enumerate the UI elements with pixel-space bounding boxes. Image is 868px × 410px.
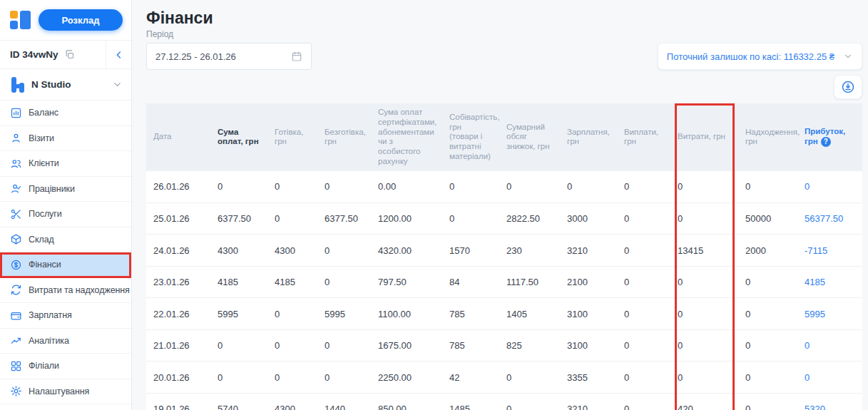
- column-header: Прибуток, грн?: [797, 103, 862, 171]
- value-cell: 0: [267, 362, 317, 394]
- value-cell: 0: [670, 203, 738, 235]
- value-cell: 0: [317, 171, 371, 203]
- value-cell: 3210: [560, 235, 617, 267]
- value-cell: 0: [738, 171, 797, 203]
- value-cell: 0: [670, 298, 738, 330]
- value-cell: 4300: [210, 235, 267, 267]
- copy-icon[interactable]: [64, 49, 75, 60]
- value-cell: 0: [670, 362, 738, 394]
- value-cell: 0: [210, 362, 267, 394]
- value-cell: 0: [499, 171, 560, 203]
- value-cell: 2822.50: [499, 203, 560, 235]
- table-row: 20.01.260002250.0042033550000: [146, 362, 862, 394]
- value-cell: 0: [738, 329, 797, 362]
- value-cell: 0: [442, 171, 499, 203]
- cash-balance-dropdown[interactable]: Поточний залишок по касі: 116332.25 ₴: [658, 43, 862, 70]
- sidebar-item-warehouse[interactable]: Склад: [0, 227, 131, 253]
- value-cell: 0: [267, 298, 317, 330]
- value-cell: 0: [499, 362, 560, 394]
- value-cell: 785: [442, 298, 499, 330]
- value-cell: 0: [670, 329, 738, 362]
- balance-icon: [10, 107, 22, 119]
- account-id-row: ID 34vwNy: [0, 41, 131, 69]
- column-header: Сума оплат сертифікатами, абонементами ч…: [371, 103, 442, 171]
- sidebar-item-label: Витрати та надходження: [29, 285, 130, 295]
- value-cell: 84: [442, 266, 499, 298]
- value-cell: 1485: [442, 393, 499, 410]
- schedule-button[interactable]: Розклад: [39, 9, 123, 31]
- value-cell: 0: [738, 362, 797, 394]
- sidebar-item-balance[interactable]: Баланс: [0, 101, 131, 126]
- date-cell: 25.01.26: [146, 203, 210, 235]
- help-icon[interactable]: ?: [821, 137, 831, 147]
- table-row: 23.01.26418541850797.50841117.5021000004…: [146, 266, 862, 298]
- date-cell: 22.01.26: [146, 298, 210, 330]
- visits-icon: [10, 132, 22, 144]
- export-row: [146, 75, 862, 99]
- sidebar-item-staff[interactable]: Працівники: [0, 177, 131, 203]
- value-cell: 13415: [670, 235, 738, 267]
- date-cell: 19.01.26: [146, 393, 210, 410]
- column-header: Виплати, грн: [617, 103, 670, 171]
- value-cell: 0: [617, 203, 670, 235]
- value-cell: 3000: [560, 203, 617, 235]
- table-row: 22.01.265995059951100.007851405310000059…: [146, 298, 862, 330]
- value-cell: 0: [617, 393, 670, 410]
- value-cell: 1200.00: [371, 203, 442, 235]
- sidebar-item-clients[interactable]: Клієнти: [0, 151, 131, 177]
- value-cell: 1405: [499, 298, 560, 330]
- branches-icon: [10, 360, 22, 372]
- download-button[interactable]: [834, 75, 862, 99]
- column-header: Собівартість, грн (товари і витратні мат…: [442, 103, 499, 171]
- value-cell: 0: [670, 171, 738, 203]
- studio-selector[interactable]: N Studio: [0, 69, 131, 101]
- sidebar-item-label: Філіали: [29, 361, 59, 371]
- clients-icon: [10, 158, 22, 170]
- page-title: Фінанси: [146, 9, 862, 28]
- value-cell: 0: [210, 329, 267, 362]
- column-header: Дата: [146, 103, 210, 171]
- sidebar-item-analytics[interactable]: Аналітика: [0, 329, 131, 354]
- download-icon: [841, 80, 855, 94]
- value-cell: 850.00: [371, 393, 442, 410]
- collapse-sidebar-icon[interactable]: [106, 41, 131, 68]
- expenses-icon: [10, 284, 22, 296]
- value-cell: 1117.50: [499, 266, 560, 298]
- sidebar-item-label: Зарплатня: [29, 310, 72, 320]
- value-cell: 0: [617, 266, 670, 298]
- value-cell: 3210: [560, 393, 617, 410]
- sidebar-item-branches[interactable]: Філіали: [0, 354, 131, 379]
- sidebar-item-expenses[interactable]: Витрати та надходження: [0, 278, 131, 304]
- date-range-input[interactable]: 27.12.25 - 26.01.26: [146, 43, 312, 70]
- sidebar-top: Розклад: [0, 0, 131, 41]
- value-cell: 797.50: [371, 266, 442, 298]
- column-header: Сума оплат, грн: [210, 103, 267, 171]
- sidebar-item-label: Фінанси: [29, 260, 61, 270]
- sidebar-item-visits[interactable]: Візити: [0, 126, 131, 152]
- column-header: Сумарний обсяг знижок, грн: [499, 103, 560, 171]
- sidebar-item-finance[interactable]: Фінанси: [0, 252, 131, 278]
- value-cell: 0: [617, 362, 670, 394]
- date-cell: 23.01.26: [146, 266, 210, 298]
- sidebar-item-salary[interactable]: Зарплатня: [0, 303, 131, 329]
- sidebar: Розклад ID 34vwNy N Studio БалансВізитиК…: [0, 0, 132, 410]
- calendar-icon: [291, 51, 302, 62]
- sidebar-item-services[interactable]: Послуги: [0, 202, 131, 227]
- analytics-icon: [10, 334, 22, 347]
- chevron-down-icon: [843, 51, 853, 61]
- sidebar-item-settings[interactable]: Налаштування: [0, 379, 131, 405]
- value-cell: 2100: [560, 266, 617, 298]
- date-cell: 24.01.26: [146, 235, 210, 267]
- value-cell: 4300: [267, 235, 317, 267]
- value-cell: 825: [499, 329, 560, 362]
- value-cell: 2250.00: [371, 362, 442, 394]
- value-cell: 0: [617, 171, 670, 203]
- value-cell: 0.00: [371, 171, 442, 203]
- value-cell: 3100: [560, 298, 617, 330]
- finance-icon: [10, 259, 22, 271]
- app-logo: [10, 9, 31, 31]
- value-cell: 785: [442, 329, 499, 362]
- value-cell: 0: [210, 171, 267, 203]
- column-header: Надходження, грн: [738, 103, 797, 171]
- table-row: 25.01.266377.5006377.501200.0002822.5030…: [146, 203, 862, 235]
